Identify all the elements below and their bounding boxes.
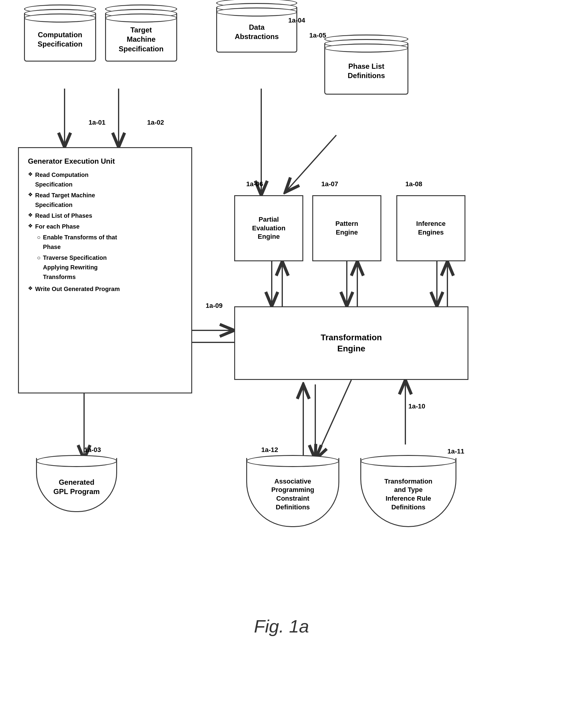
generator-execution-unit: Generator Execution Unit ❖ Read Computat… — [18, 147, 192, 393]
id-label-1a07: 1a-07 — [321, 180, 338, 188]
transformation-engine-label: Transformation Engine — [321, 332, 382, 354]
gen-item-label-2: Read Target MachineSpecification — [35, 190, 95, 210]
id-label-1a08: 1a-08 — [405, 180, 422, 188]
gen-item-label-4: For each Phase — [35, 222, 80, 231]
gen-item-label-1: Read ComputationSpecification — [35, 170, 89, 189]
gen-sub-label-1: Enable Transforms of thatPhase — [43, 232, 117, 252]
inference-engines-label: Inference Engines — [416, 220, 446, 237]
gen-item-2: ❖ Read Target MachineSpecification — [28, 190, 182, 210]
gen-sub-item-1: ○ Enable Transforms of thatPhase — [37, 232, 182, 252]
id-label-1a02: 1a-02 — [147, 119, 164, 126]
id-label-1a12: 1a-12 — [261, 446, 278, 454]
id-label-1a06: 1a-06 — [246, 180, 263, 188]
partial-eval-box: Partial Evaluation Engine — [234, 195, 303, 261]
inference-engines-box: Inference Engines — [396, 195, 465, 261]
partial-eval-label: Partial Evaluation Engine — [252, 215, 285, 241]
pattern-engine-box: Pattern Engine — [312, 195, 381, 261]
id-label-1a01: 1a-01 — [89, 119, 105, 126]
id-label-1a04: 1a-04 — [288, 17, 305, 24]
bullet-3: ❖ — [28, 211, 33, 220]
transform-type-cylinder: Transformation and Type Inference Rule D… — [360, 460, 456, 527]
generated-gpl-cylinder: Generated GPL Program — [36, 460, 117, 512]
gen-item-4: ❖ For each Phase — [28, 222, 182, 231]
id-label-1a09: 1a-09 — [206, 302, 222, 310]
gen-item-3: ❖ Read List of Phases — [28, 211, 182, 220]
gen-sub-item-2: ○ Traverse SpecificationApplying Rewriti… — [37, 253, 182, 282]
bullet-5: ❖ — [28, 284, 33, 293]
gen-item-1: ❖ Read ComputationSpecification — [28, 170, 182, 189]
bullet-2: ❖ — [28, 190, 33, 199]
bullet-4: ❖ — [28, 222, 33, 230]
assoc-prog-cylinder: Associative Programming Constraint Defin… — [246, 460, 339, 527]
transformation-engine-box: Transformation Engine — [234, 306, 468, 380]
target-machine-label: Target Machine Specification — [119, 25, 163, 53]
assoc-prog-label: Associative Programming Constraint Defin… — [271, 477, 314, 511]
id-label-1a11: 1a-11 — [447, 447, 464, 455]
gen-item-label-3: Read List of Phases — [35, 211, 92, 220]
gen-item-label-5: Write Out Generated Program — [35, 284, 120, 294]
sub-bullet-2: ○ — [37, 253, 41, 262]
id-label-1a10: 1a-10 — [408, 402, 425, 410]
bullet-1: ❖ — [28, 170, 33, 179]
target-machine-cylinder: Target Machine Specification — [105, 18, 177, 62]
transform-type-label: Transformation and Type Inference Rule D… — [384, 477, 432, 511]
pattern-engine-label: Pattern Engine — [335, 220, 358, 237]
gen-sub-label-2: Traverse SpecificationApplying Rewriting… — [43, 253, 107, 282]
data-abstractions-label: Data Abstractions — [235, 23, 279, 41]
generated-gpl-label: Generated GPL Program — [53, 478, 100, 496]
sub-bullet-1: ○ — [37, 232, 41, 242]
computation-spec-cylinder: Computation Specification — [24, 18, 96, 62]
figure-label: Fig. 1a — [254, 616, 309, 637]
phase-list-label: Phase List Definitions — [348, 62, 385, 80]
phase-list-cylinder: Phase List Definitions — [324, 48, 408, 95]
id-label-1a05: 1a-05 — [309, 32, 326, 39]
id-label-1a03: 1a-03 — [84, 446, 101, 454]
generator-title: Generator Execution Unit — [28, 156, 182, 167]
computation-spec-label: Computation Specification — [38, 30, 82, 49]
svg-line-13 — [315, 380, 351, 460]
gen-item-5: ❖ Write Out Generated Program — [28, 284, 182, 294]
data-abstractions-cylinder: Data Abstractions — [216, 12, 297, 53]
